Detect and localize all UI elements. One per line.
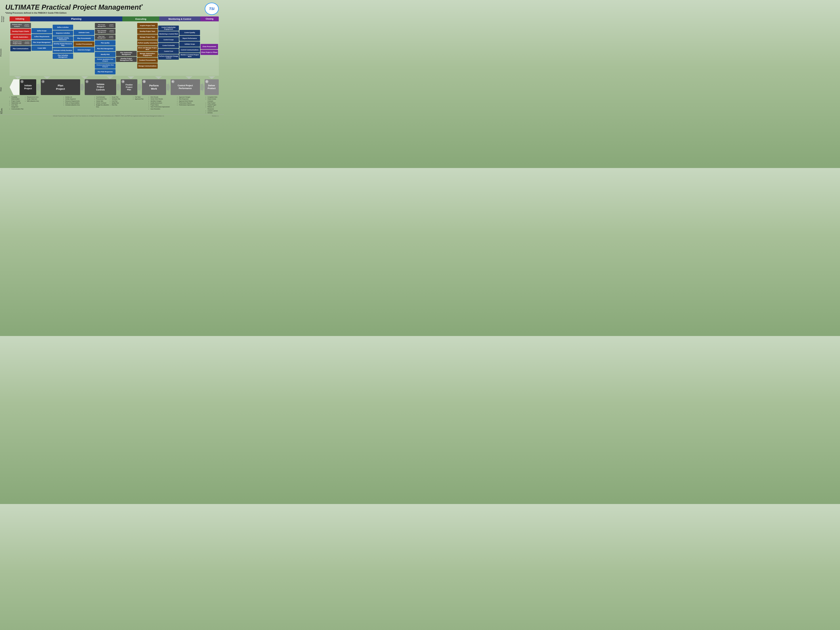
proc-conduct-procurements-exec[interactable]: Conduct Procurements [137, 58, 158, 63]
proc-close-project[interactable]: Close Project or Phase [201, 50, 218, 55]
proc-sequence-activities[interactable]: Sequence Activities [53, 30, 73, 36]
proc-estimate-activity-duration[interactable]: Estimate Activity Duration [53, 48, 73, 53]
kr-col-3: Activity List Activity Sequence Resource… [64, 96, 95, 114]
kr-3-5: Schedule (Baseline Doc) [65, 104, 94, 106]
arrow-1 [9, 76, 26, 79]
proc-collect-requirements[interactable]: Collect Requirements [32, 34, 52, 39]
step-arrow-2-3 [81, 82, 84, 92]
column-10: Close Procurement Close Project or Phase [201, 23, 218, 74]
kr-7-7: Issue Resolution [150, 108, 177, 110]
step-2[interactable]: 2 PlanProject [41, 79, 80, 95]
steps-label: Steps [0, 87, 2, 92]
column-7: Acquire Project Team Develop Project Tea… [137, 23, 158, 74]
step-4[interactable]: 4 FinalizeProjectPlan [121, 79, 137, 95]
proc-develop-hr-plan[interactable]: Develop Human Resource Plan [53, 42, 73, 47]
proc-identify-risk[interactable]: Identify Risk [95, 52, 115, 57]
proc-control-quality[interactable]: Control Quality [179, 30, 200, 35]
step-7-badge: 7 [205, 80, 208, 83]
proc-qualitative-risk[interactable]: Perform Qualitative Risk Analysis [95, 58, 115, 63]
proc-plan-risk-mgmt[interactable]: Plan Risk Management [95, 46, 115, 51]
proc-determine-budget[interactable]: Determine Budget [74, 47, 94, 52]
proc-develop-pm-plan[interactable]: Develop Project Management Plan [116, 57, 137, 62]
proc-control-communications[interactable]: Control Communications [179, 47, 200, 52]
proc-acquire-project-team[interactable]: Acquire Project Team [137, 23, 158, 28]
proc-integrated-change[interactable]: Perform Integrated Change Control [158, 54, 179, 60]
kr-5-4: Quality Plan [112, 102, 133, 104]
kr-col-2: Requirements Docs Scope Statement WBS (B… [25, 96, 64, 114]
step-6[interactable]: 6 Control ProjectPerformance [171, 79, 200, 95]
arrow-7 [174, 76, 204, 79]
proc-control-cost[interactable]: Control Cost [158, 49, 179, 54]
proc-plan-quality[interactable]: Plan Quality [95, 40, 115, 46]
proc-plan-scope-mgmt[interactable]: Plan Scope Management [32, 40, 52, 45]
kr-3-3: Resource Requirements [65, 100, 94, 102]
down-arrow-3 [81, 76, 88, 79]
kr-10-3: Final Product [208, 102, 219, 104]
proc-plan-procurements[interactable]: Plan Procurements [74, 36, 94, 41]
step-5[interactable]: 5 PerformWork [142, 79, 166, 95]
proc-control-schedule[interactable]: Control Schedule [158, 43, 179, 48]
proc-plan-cost-implied[interactable]: Plan Cost Management(Implied Process) [95, 35, 115, 40]
down-arrow-6 [155, 76, 162, 79]
proc-control-scope[interactable]: Control Scope [158, 37, 179, 43]
kr-3-2: Activity Sequence [65, 98, 94, 100]
proc-validate-scope[interactable]: Validate Scope [179, 41, 200, 47]
proc-perform-qa[interactable]: Perform Quality Assurance [137, 40, 158, 46]
step-6-badge: 6 [171, 80, 174, 83]
arrow-2 [27, 76, 68, 79]
arrow-5 [118, 76, 143, 79]
kr-10-6: Lessons Learned [208, 110, 219, 112]
proc-identify-stakeholders[interactable]: Identify Stakeholders [10, 35, 31, 40]
proc-plan-communications[interactable]: Plan Communications [10, 46, 31, 51]
proc-plan-scope-implied[interactable]: Plan Scope Management(Implied Process) [95, 23, 115, 28]
proc-control-stakeholder[interactable]: Control Stakeholder Engagement [158, 25, 179, 31]
kr-7-6: Team Performance Improvement [150, 106, 177, 108]
kr-2-1: Requirements Docs [27, 96, 63, 98]
kr-8-3: Approved Work Results [179, 100, 205, 102]
kr-1-1: Feasibility Determination [11, 96, 25, 100]
proc-report-performance[interactable]: Report Performance [179, 36, 200, 41]
kr-7-2: Vendor Work Results [150, 98, 177, 100]
kr-1-2: Project Charter [11, 100, 25, 102]
proc-close-procurement[interactable]: Close Procurement [201, 44, 218, 49]
proc-monitoring-control-risk[interactable]: Monitoring & Control Risk [158, 31, 179, 36]
step-7[interactable]: 7 DeliverProduct [205, 79, 219, 95]
proc-estimate-activity-resources[interactable]: Estimate Activity Resources [53, 36, 73, 41]
proc-direct-manage[interactable]: Direct and Manage Project Work [137, 46, 158, 51]
proc-estimate-costs[interactable]: Estimate Costs [74, 30, 94, 35]
proc-plan-stakeholder-mgmt[interactable]: Plan Stakeholder Management [116, 51, 137, 56]
proc-define-activities[interactable]: Define Activities [53, 25, 73, 30]
proc-develop-charter[interactable]: Develop Project Charter [10, 29, 31, 34]
kr-3-4: Roles & Responsibilities [65, 102, 94, 104]
proc-manage-communications[interactable]: Manage Communications [137, 63, 158, 69]
key-results-section: Key Results Feasibility Determination Pr… [9, 96, 219, 114]
proc-abc-analysis[interactable]: Perform A-B-C Analysis(Implied Process) [10, 23, 31, 28]
column-3: Define Activities Sequence Activities Es… [53, 23, 73, 74]
proc-plan-schedule-implied[interactable]: Plan Schedule Management(Implied Process… [95, 29, 115, 34]
kr-2-3: WBS (Baseline Doc) [27, 100, 63, 102]
proc-plan-risk-responses[interactable]: Plan Risk Responses [95, 69, 115, 74]
proc-quantitative-risk[interactable]: Perform Quantitative Risk Analysis [95, 63, 115, 69]
proc-create-wbs[interactable]: Create WBS [32, 46, 52, 51]
step-3-label: ValidateProjectControls [96, 83, 105, 92]
proc-plan-schedule-mgmt[interactable]: Plan Schedule Management [53, 54, 73, 59]
proc-manage-stakeholders[interactable]: Manage Stakeholders Engagement [137, 52, 158, 57]
logo-text: TSi [209, 7, 215, 11]
step-3-badge: 3 [85, 80, 88, 83]
step-3[interactable]: 3 ValidateProjectControls [85, 79, 116, 95]
proc-define-scope[interactable]: Define Scope [32, 28, 52, 33]
proc-develop-project-team[interactable]: Develop Project Team [137, 29, 158, 34]
title-text: ULTIMATE Practical Project Management [5, 3, 141, 11]
kr-5-5: Risk Plan [112, 104, 133, 106]
step-arrow-1-2 [37, 82, 40, 92]
step-1[interactable]: 1 InitiateProject [20, 79, 36, 95]
kr-4-3: Vendor Bids [96, 100, 110, 102]
proc-conduct-procurements[interactable]: Conduct Procurements [74, 41, 94, 47]
kr-3-1: Activity List [65, 96, 94, 98]
kr-col-1: Feasibility Determination Project Charte… [9, 96, 25, 114]
big-left-arrow [9, 79, 19, 95]
proc-monitor-control-work[interactable]: Monitor & Control Project Work [179, 53, 200, 58]
proc-manage-project-team[interactable]: Manage Project Team [137, 35, 158, 40]
kr-8-2: Risk Responses [179, 98, 205, 100]
proc-acquire-core-team[interactable]: Acquire Core Project Team(Implied Proces… [10, 40, 31, 46]
